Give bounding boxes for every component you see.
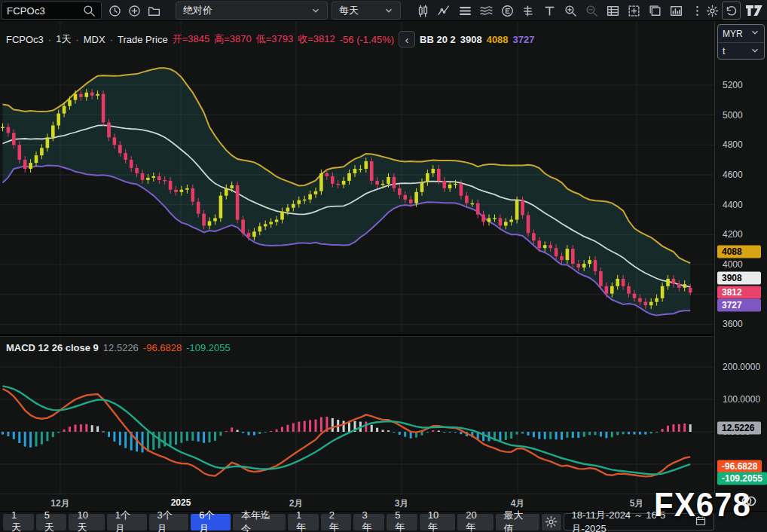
price-axis-label: 4200 [723, 229, 743, 240]
text-icon[interactable] [540, 2, 559, 20]
legend-exchange: MDX [84, 34, 105, 45]
main-legend: FCPOc3 · 1天 · MDX · Trade Price 开=3845 高… [6, 31, 535, 47]
chart-area[interactable]: FCPOc3 · 1天 · MDX · Trade Price 开=3845 高… [0, 21, 714, 494]
price-type-value: 绝对价 [183, 4, 212, 17]
legend-close: 收=3812 [298, 32, 335, 46]
macd-line-value: -96.6828 [143, 342, 182, 353]
currency-selector[interactable]: MYR [718, 25, 764, 42]
bb-upper-value: 4088 [487, 34, 509, 45]
folder-icon[interactable] [145, 2, 163, 20]
macd-axis-label: 100.0000 [723, 394, 760, 405]
table-icon[interactable] [604, 2, 622, 20]
range-button-最大值[interactable]: 最大值 [496, 514, 539, 530]
currency-unit-selector[interactable]: MYR t [717, 24, 765, 60]
macd-hist-value: 12.5226 [103, 342, 139, 353]
calendar-icon [695, 515, 706, 528]
legend-symbol[interactable]: FCPOc3 [6, 34, 44, 45]
unit-value: t [723, 46, 725, 57]
measure-icon[interactable] [519, 2, 538, 20]
legend-change: -56 (-1.45%) [340, 34, 394, 45]
currency-value: MYR [723, 29, 743, 39]
legend-high: 高=3870 [214, 32, 252, 46]
time-axis-label: 2月 [289, 497, 304, 510]
range-button-2年[interactable]: 2年 [321, 514, 352, 530]
plus-circle-icon[interactable] [125, 2, 144, 20]
bottom-toolbar: 1天5天10天1个月3个月6个月本年迄今1年2年3年5年10年20年最大值18-… [0, 511, 767, 532]
tv-logo-icon[interactable] [744, 2, 763, 20]
price-axis-label: 3600 [723, 319, 743, 329]
indicator-icon[interactable] [435, 2, 454, 20]
candles-icon[interactable] [414, 2, 432, 20]
panel-chart-icon[interactable] [667, 2, 686, 20]
chart-application: FCPOc3 绝对价 每天 FCPOc3 · 1天 · MDX · Trade … [0, 0, 767, 532]
layers-icon[interactable] [456, 2, 475, 20]
unit-selector[interactable]: t [718, 42, 764, 60]
gear-icon[interactable] [703, 2, 722, 20]
screenshot-icon[interactable] [625, 2, 643, 20]
macd-line-badge: -96.6828 [717, 460, 762, 472]
range-button-10天[interactable]: 10天 [69, 514, 104, 530]
range-button-5年[interactable]: 5年 [387, 514, 417, 530]
chevron-down-icon [311, 6, 320, 15]
chevron-down-icon [384, 6, 393, 15]
price-axis-label: 5000 [723, 110, 743, 121]
macd-legend-title[interactable]: MACD 12 26 close 9 [6, 342, 99, 353]
time-axis-label: 2025 [171, 497, 191, 508]
range-settings-icon[interactable] [542, 514, 561, 530]
interval-dropdown[interactable]: 每天 [332, 2, 401, 20]
time-axis-label: 12月 [50, 497, 69, 510]
range-button-1年[interactable]: 1年 [288, 514, 319, 530]
zoom-out-icon[interactable] [582, 2, 601, 20]
range-button-6个月[interactable]: 6个月 [191, 514, 231, 530]
bb-upper-badge: 4088 [717, 245, 761, 258]
chevron-down-icon [750, 28, 759, 39]
macd-indicator-chart[interactable] [0, 337, 714, 494]
range-button-3个月[interactable]: 3个月 [149, 514, 189, 530]
bb-lower-value: 3727 [513, 34, 535, 45]
macd-hist-badge: 12.5226 [717, 421, 761, 434]
price-axis-label: 4600 [723, 170, 743, 180]
legend-interval[interactable]: 1天 [56, 32, 71, 46]
price-axis-label: 4000 [723, 259, 743, 270]
top-toolbar: FCPOc3 绝对价 每天 [0, 0, 767, 21]
range-button-20年[interactable]: 20年 [457, 514, 493, 530]
time-axis-label: 3月 [395, 497, 409, 510]
legend-price-type: Trade Price [118, 34, 168, 45]
price-axis-label: 4400 [723, 200, 743, 210]
range-button-1个月[interactable]: 1个月 [107, 514, 147, 530]
bb-legend-title[interactable]: BB 20 2 [420, 34, 456, 45]
waves-icon[interactable] [477, 2, 496, 20]
clock-icon[interactable] [105, 2, 124, 20]
zoom-in-icon[interactable] [561, 2, 580, 20]
legend-open: 开=3845 [173, 32, 210, 46]
date-range-picker[interactable]: 18-11月-2024 ～ 16-5月-2025 [564, 513, 714, 530]
bb-lower-badge: 3727 [717, 299, 761, 312]
undo-icon[interactable] [722, 2, 741, 20]
chevron-down-icon [750, 46, 759, 57]
macd-signal-badge: -109.2055 [717, 472, 767, 485]
last-price-badge: 3812 [717, 286, 761, 299]
range-button-3年[interactable]: 3年 [353, 514, 384, 530]
range-button-1天[interactable]: 1天 [3, 514, 34, 530]
price-axis[interactable]: MYR t 5200500048004600440042004000360040… [714, 21, 767, 494]
search-icon [82, 4, 96, 18]
macd-legend: MACD 12 26 close 9 12.5226 -96.6828 -109… [6, 342, 231, 353]
fx678-logo-mark [741, 493, 757, 509]
price-type-dropdown[interactable]: 绝对价 [176, 2, 328, 20]
symbol-value: FCPOc3 [7, 5, 82, 17]
price-axis-label: 5200 [723, 80, 743, 90]
range-button-5天[interactable]: 5天 [36, 514, 67, 530]
macd-axis-label: 200.0000 [723, 362, 760, 372]
layout-icon[interactable] [646, 2, 665, 20]
legend-low: 低=3793 [256, 32, 294, 46]
legend-collapse-button[interactable]: ‹ [399, 31, 415, 47]
price-axis-label: 4800 [723, 139, 743, 150]
range-button-本年迄今[interactable]: 本年迄今 [233, 514, 286, 530]
bb-basis-badge: 3908 [717, 272, 761, 285]
range-button-10年[interactable]: 10年 [420, 514, 455, 530]
macd-signal-value: -109.2055 [186, 342, 231, 353]
interval-value: 每天 [339, 4, 359, 17]
main-price-chart[interactable] [0, 21, 714, 334]
economy-icon[interactable] [498, 2, 517, 20]
symbol-search-input[interactable]: FCPOc3 [2, 2, 102, 20]
